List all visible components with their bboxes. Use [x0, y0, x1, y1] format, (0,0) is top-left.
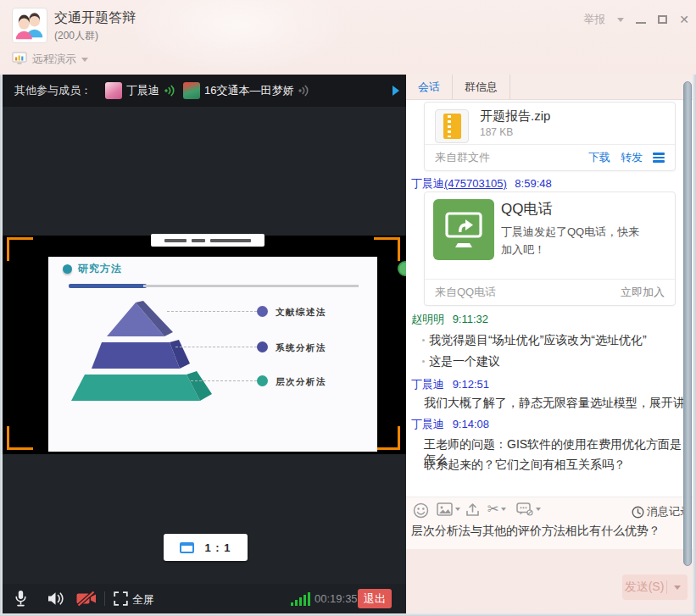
forward-link[interactable]: 转发	[621, 150, 643, 165]
diagram-bullet-dot	[257, 306, 268, 317]
file-source-label: 来自群文件	[435, 150, 490, 165]
report-chevron-icon[interactable]	[617, 18, 624, 22]
sender-uid[interactable]: (475703105)	[444, 177, 507, 190]
file-menu-icon[interactable]	[653, 153, 665, 163]
participant-item[interactable]: 16交通本—田梦娇	[183, 82, 310, 99]
send-button[interactable]: 发送(S)	[622, 574, 688, 600]
smiley-icon	[413, 502, 429, 519]
diagram-bullet-dot	[257, 375, 268, 386]
chat-bubble-icon	[516, 502, 533, 516]
chat-message: 我觉得题目“场址优化”应该改为“选址优化”	[429, 333, 647, 348]
microphone-button[interactable]	[14, 584, 27, 613]
speaker-icon	[47, 591, 64, 606]
bullet-dot	[422, 360, 425, 363]
maximize-button[interactable]	[658, 15, 667, 24]
message-sender-line: 赵明明 9:11:32	[411, 312, 488, 327]
camera-off-button[interactable]	[75, 584, 97, 613]
slide-title-dot	[63, 264, 72, 274]
remote-demo-label: 远程演示	[32, 52, 76, 67]
bullet-dot	[422, 339, 425, 341]
diagram-label: 层次分析法	[276, 376, 326, 388]
chevron-down-icon[interactable]	[536, 508, 541, 511]
message-sender-line: 丁晨迪 9:12:51	[411, 377, 489, 392]
message-time: 9:12:51	[453, 378, 489, 391]
message-time: 9:14:08	[453, 418, 489, 430]
send-options-button[interactable]	[667, 585, 688, 590]
message-settings-button[interactable]	[516, 502, 541, 516]
call-timer: 00:19:35	[315, 592, 358, 605]
presentation-icon	[12, 52, 27, 68]
pyramid-diagram	[64, 297, 233, 403]
close-button[interactable]: ✕	[679, 14, 689, 25]
tab-group-info[interactable]: 群信息	[452, 75, 510, 99]
two-people-icon	[13, 8, 47, 42]
fullscreen-label[interactable]: 全屏	[132, 592, 154, 608]
remote-demo-button[interactable]: 远程演示	[12, 51, 88, 68]
join-call-link[interactable]: 立即加入	[621, 285, 665, 300]
expand-members-arrow-icon[interactable]	[393, 86, 399, 96]
scissors-icon: ✂	[487, 502, 498, 516]
participant-name: 丁晨迪	[126, 83, 159, 98]
group-member-count: (200人群)	[54, 29, 98, 43]
fullscreen-icon	[114, 591, 128, 606]
message-input[interactable]: 层次分析法与其他的评价方法相比有什么优势？	[411, 524, 688, 539]
tab-conversation[interactable]: 会话	[406, 75, 452, 99]
speaking-audio-icon	[164, 85, 176, 97]
slide-rule	[143, 285, 359, 287]
file-name: 开题报告.zip	[480, 108, 550, 125]
ratio-label: 1 : 1	[204, 541, 231, 554]
emoji-button[interactable]	[413, 502, 429, 519]
shared-slide: 研究方法 文献综述法 系统分析法 层次分析法	[48, 257, 377, 452]
message-history-button[interactable]: 消息记录	[632, 504, 691, 519]
call-source-label: 来自QQ电话	[435, 285, 496, 300]
muted-audio-icon	[298, 85, 310, 97]
send-label: 发送(S)	[622, 580, 666, 595]
avatar	[183, 82, 200, 99]
chevron-down-icon[interactable]	[501, 508, 506, 511]
call-card-desc: 丁晨迪发起了QQ电话，快来加入吧！	[501, 223, 650, 258]
download-link[interactable]: 下载	[588, 150, 610, 165]
chat-footer: 发送(S)	[406, 549, 693, 613]
upload-icon	[465, 502, 480, 517]
file-size: 187 KB	[480, 126, 513, 138]
sender-name[interactable]: 丁晨迪	[411, 177, 444, 190]
participant-name: 16交通本—田梦娇	[204, 83, 293, 98]
connector-line	[167, 311, 257, 312]
connector-line	[175, 347, 257, 347]
participant-item[interactable]: 丁晨迪	[105, 82, 176, 99]
send-file-button[interactable]	[465, 502, 480, 517]
message-sender-line: 丁晨迪 9:14:08	[411, 417, 489, 432]
message-time: 9:11:32	[453, 313, 488, 325]
chat-input-area: ✂ 消息记录 层次分析法与其他的评价方法	[406, 497, 693, 549]
message-sender-line: 丁晨迪(475703105) 8:59:48	[411, 176, 552, 191]
divider	[104, 591, 105, 606]
share-notification-pill	[151, 234, 264, 247]
sender-name[interactable]: 丁晨迪	[411, 378, 444, 391]
minimize-button[interactable]	[636, 22, 646, 24]
participants-bar: 其他参与成员： 丁晨迪 16交通本—田梦娇	[3, 75, 406, 107]
sender-name[interactable]: 赵明明	[411, 313, 444, 325]
chat-scrollbar-thumb[interactable]	[683, 81, 692, 566]
screenshot-button[interactable]: ✂	[487, 502, 506, 516]
qq-group-call-window: 交通开题答辩 (200人群) 远程演示 举报 ✕ 其他参与	[0, 0, 696, 616]
microphone-icon	[14, 590, 27, 608]
chat-message: 这是一个建议	[429, 354, 500, 369]
exit-call-button[interactable]: 退出	[358, 589, 392, 608]
image-icon	[437, 502, 453, 516]
call-card-title: QQ电话	[501, 199, 552, 219]
signal-strength-indicator	[291, 591, 310, 606]
chat-tabs: 会话 群信息	[406, 75, 693, 100]
fullscreen-button[interactable]	[114, 584, 128, 613]
window-border	[0, 75, 3, 613]
diagram-bullet-dot	[257, 341, 268, 352]
speaker-button[interactable]	[47, 584, 64, 613]
diagram-label: 文献综述法	[276, 307, 326, 319]
group-avatar[interactable]	[12, 8, 47, 43]
qq-call-card: QQ电话 丁晨迪发起了QQ电话，快来加入吧！ 来自QQ电话 立即加入	[424, 191, 676, 306]
group-title: 交通开题答辩	[54, 9, 136, 27]
report-button[interactable]: 举报	[583, 12, 605, 27]
image-button[interactable]	[437, 502, 460, 516]
chevron-down-icon[interactable]	[455, 508, 460, 511]
ratio-1-1-button[interactable]: 1 : 1	[164, 534, 248, 561]
sender-name[interactable]: 丁晨迪	[411, 418, 444, 430]
